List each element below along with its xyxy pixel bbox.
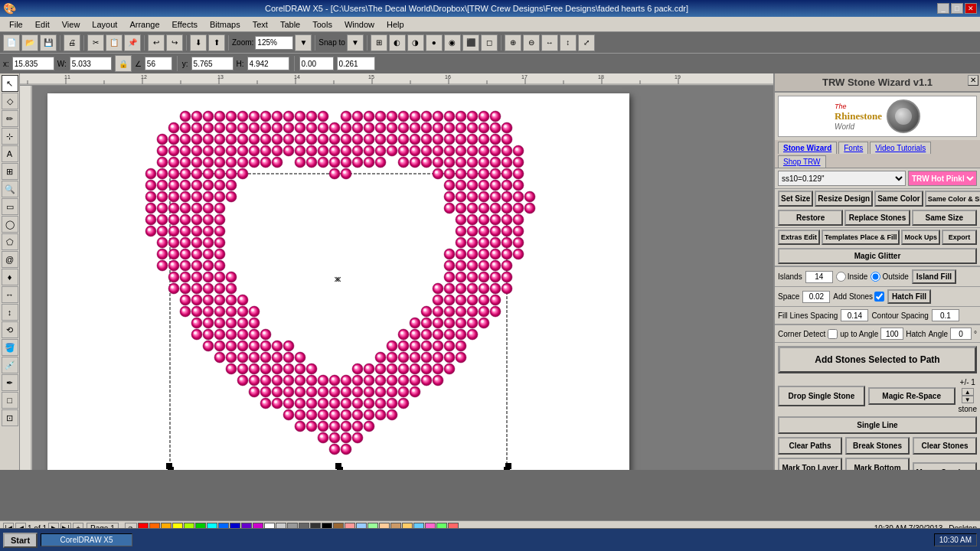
break-stones-button[interactable]: Break Stones xyxy=(845,437,910,455)
mark-top-button[interactable]: Mark Top Layer Overlap xyxy=(778,458,842,470)
menu-help[interactable]: Help xyxy=(381,18,410,31)
dimension-tool[interactable]: ↕ xyxy=(2,304,18,321)
menu-arrange[interactable]: Arrange xyxy=(123,18,165,31)
menu-file[interactable]: File xyxy=(3,18,29,31)
corner-detect-checkbox[interactable] xyxy=(828,329,838,339)
same-color-button[interactable]: Same Color xyxy=(874,191,923,207)
taskbar-item-coreldraw[interactable]: CorelDRAW X5 xyxy=(41,533,132,546)
tool-btn-4[interactable]: ↕ xyxy=(560,34,577,51)
view-btn-5[interactable]: ◉ xyxy=(444,34,461,51)
menu-text[interactable]: Text xyxy=(247,18,274,31)
space-input[interactable] xyxy=(802,291,830,303)
view-btn-3[interactable]: ◑ xyxy=(407,34,424,51)
crop-tool[interactable]: ⊡ xyxy=(2,409,18,426)
menu-table[interactable]: Table xyxy=(274,18,306,31)
redo-toolbar-button[interactable]: ↪ xyxy=(166,34,183,51)
tab-shop[interactable]: Shop TRW xyxy=(778,155,826,168)
copy-button[interactable]: 📋 xyxy=(106,34,122,51)
resize-design-button[interactable]: Resize Design xyxy=(815,191,873,207)
extras-edit-button[interactable]: Extras Edit xyxy=(778,230,820,245)
view-btn-4[interactable]: ● xyxy=(426,34,443,51)
fill-lines-input[interactable] xyxy=(841,309,868,321)
clear-paths-button[interactable]: Clear Paths xyxy=(778,437,842,455)
menu-view[interactable]: View xyxy=(56,18,87,31)
restore-button[interactable]: Restore xyxy=(778,210,843,226)
clear-stones-button[interactable]: Clear Stones xyxy=(913,437,977,455)
freehand-tool[interactable]: ✏ xyxy=(2,110,18,127)
minimize-button[interactable]: _ xyxy=(937,3,949,14)
hatch-angle-input[interactable] xyxy=(950,328,972,340)
text-tool[interactable]: A xyxy=(2,145,18,162)
panel-close-button[interactable]: ✕ xyxy=(968,75,978,86)
cut-button[interactable]: ✂ xyxy=(87,34,104,51)
smart-tool[interactable]: ⊹ xyxy=(2,128,18,145)
table-tool[interactable]: ⊞ xyxy=(2,163,18,180)
x-input[interactable] xyxy=(12,57,54,70)
stone-color-select[interactable]: TRW Hot Pinkk xyxy=(908,171,977,186)
rectangle-tool[interactable]: ▭ xyxy=(2,198,18,215)
hatch-fill-button[interactable]: Hatch Fill xyxy=(887,289,931,304)
menu-effects[interactable]: Effects xyxy=(166,18,204,31)
view-btn-2[interactable]: ◐ xyxy=(389,34,406,51)
tab-video[interactable]: Video Tutorials xyxy=(870,142,931,154)
menu-layout[interactable]: Layout xyxy=(86,18,123,31)
start-button[interactable]: Start xyxy=(3,533,38,548)
connector-tool[interactable]: ↔ xyxy=(2,286,18,303)
set-size-button[interactable]: Set Size xyxy=(778,191,813,207)
pos2-input[interactable] xyxy=(337,57,375,70)
new-button[interactable]: 📄 xyxy=(3,34,20,51)
export-button[interactable]: Export xyxy=(942,230,977,245)
shape-tool[interactable]: ◇ xyxy=(2,93,18,109)
menu-bitmaps[interactable]: Bitmaps xyxy=(204,18,247,31)
islands-input[interactable]: 14 xyxy=(805,271,833,283)
merge-overlaps-button[interactable]: Merge Overlaps xyxy=(913,462,977,471)
save-button[interactable]: 💾 xyxy=(40,34,57,51)
spiral-tool[interactable]: @ xyxy=(2,251,18,268)
add-stones-checkbox[interactable] xyxy=(874,292,884,302)
print-button[interactable]: 🖨 xyxy=(64,34,80,51)
zoom-input[interactable]: 125% xyxy=(255,36,293,50)
view-btn-7[interactable]: ◻ xyxy=(481,34,498,51)
pos1-input[interactable] xyxy=(299,57,334,70)
drop-single-stone-button[interactable]: Drop Single Stone xyxy=(778,386,865,406)
shadow-tool[interactable]: □ xyxy=(2,392,18,409)
open-button[interactable]: 📂 xyxy=(21,34,38,51)
single-line-button[interactable]: Single Line xyxy=(778,416,977,434)
blend-tool[interactable]: ⟲ xyxy=(2,321,18,338)
h-input[interactable] xyxy=(247,57,289,70)
angle-input[interactable] xyxy=(145,57,172,70)
zoom-dropdown[interactable]: ▼ xyxy=(295,34,312,51)
same-size-button[interactable]: Same Size xyxy=(912,210,977,226)
view-btn-1[interactable]: ⊞ xyxy=(371,34,387,51)
island-fill-button[interactable]: Island Fill xyxy=(912,269,956,284)
menu-tools[interactable]: Tools xyxy=(306,18,338,31)
fill-tool[interactable]: 🪣 xyxy=(2,339,18,356)
outline-tool[interactable]: ✒ xyxy=(2,374,18,391)
tool-btn-2[interactable]: ⊖ xyxy=(523,34,540,51)
stone-size-select[interactable]: ss10=0.129" xyxy=(778,171,906,186)
zoom-tool[interactable]: 🔍 xyxy=(2,181,18,197)
maximize-button[interactable]: □ xyxy=(951,3,963,14)
stone-decrement-button[interactable]: ▼ xyxy=(962,396,974,403)
outside-radio[interactable] xyxy=(871,272,880,282)
inside-radio[interactable] xyxy=(836,272,846,282)
view-btn-6[interactable]: ⬛ xyxy=(462,34,479,51)
eyedropper-tool[interactable]: 💉 xyxy=(2,357,18,373)
tool-btn-1[interactable]: ⊕ xyxy=(505,34,521,51)
y-input[interactable] xyxy=(191,57,234,70)
import-button[interactable]: ⬇ xyxy=(190,34,207,51)
replace-stones-button[interactable]: Replace Stones xyxy=(844,210,910,226)
ellipse-tool[interactable]: ◯ xyxy=(2,216,18,233)
w-input[interactable] xyxy=(70,57,112,70)
undo-toolbar-button[interactable]: ↩ xyxy=(148,34,165,51)
basic-shapes-tool[interactable]: ♦ xyxy=(2,269,18,285)
lock-ratio-button[interactable]: 🔒 xyxy=(115,55,132,72)
menu-window[interactable]: Window xyxy=(338,18,381,31)
tab-stone-wizard[interactable]: Stone Wizard xyxy=(778,142,837,154)
tab-fonts[interactable]: Fonts xyxy=(838,142,868,154)
menu-edit[interactable]: Edit xyxy=(29,18,56,31)
magic-respace-button[interactable]: Magic Re-Space xyxy=(868,387,956,405)
stone-increment-button[interactable]: ▲ xyxy=(962,388,974,396)
tool-btn-5[interactable]: ⤢ xyxy=(578,34,595,51)
snap-dropdown[interactable]: ▼ xyxy=(347,34,364,51)
